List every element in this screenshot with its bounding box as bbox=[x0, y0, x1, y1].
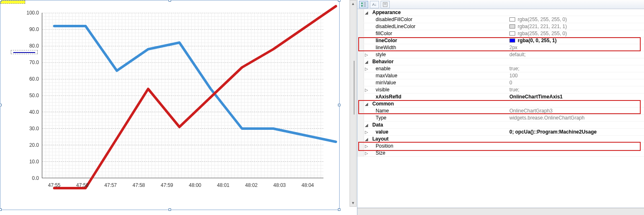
sort-az-icon: A↓ bbox=[372, 2, 377, 7]
y-tick: 40.0 bbox=[18, 109, 39, 115]
categorized-button[interactable] bbox=[359, 1, 368, 8]
y-tick: 100.0 bbox=[18, 10, 39, 16]
resize-handle[interactable] bbox=[0, 0, 2, 2]
prop-min-value[interactable]: minValue 0 bbox=[357, 79, 644, 86]
prop-enable[interactable]: ▷ enable true; bbox=[357, 65, 644, 72]
scroll-down-button[interactable]: ▼ bbox=[350, 200, 356, 206]
property-pages-button[interactable] bbox=[381, 1, 390, 8]
y-tick: 50.0 bbox=[18, 93, 39, 98]
category-common[interactable]: ◢ Common bbox=[357, 100, 644, 108]
expand-icon[interactable]: ▷ bbox=[364, 88, 369, 92]
y-tick: 30.0 bbox=[18, 126, 39, 131]
property-grid[interactable]: ◢ Appearance disabledFillColor rgba(255,… bbox=[357, 9, 644, 208]
resize-handle[interactable] bbox=[0, 208, 2, 211]
page-icon bbox=[383, 2, 388, 7]
collapse-icon[interactable]: ◢ bbox=[364, 102, 369, 106]
prop-style[interactable]: ▷ style default; bbox=[357, 51, 644, 58]
category-behavior[interactable]: ◢ Behavior bbox=[357, 58, 644, 65]
expand-icon[interactable]: ▷ bbox=[364, 67, 369, 71]
scroll-up-button[interactable]: ▲ bbox=[350, 0, 356, 7]
expand-icon[interactable]: ▷ bbox=[364, 53, 369, 57]
prop-max-value[interactable]: maxValue 100 bbox=[357, 72, 644, 79]
y-tick: 80.0 bbox=[18, 43, 39, 49]
prop-disabled-fill-color[interactable]: disabledFillColor rgba(255, 255, 255, 0) bbox=[357, 16, 644, 23]
x-tick: 48:01 bbox=[211, 182, 236, 188]
property-toolbar: A↓ bbox=[357, 0, 644, 9]
color-swatch bbox=[509, 31, 515, 36]
y-tick: 10.0 bbox=[18, 159, 39, 165]
prop-position[interactable]: ▷ Position bbox=[357, 143, 644, 150]
svg-rect-5 bbox=[364, 6, 366, 7]
svg-rect-3 bbox=[364, 4, 366, 4]
x-tick: 47:59 bbox=[154, 182, 179, 188]
x-tick: 48:03 bbox=[267, 182, 292, 188]
expand-icon[interactable]: ▷ bbox=[364, 144, 369, 148]
y-tick: 0.0 bbox=[18, 175, 39, 181]
prop-line-width[interactable]: lineWidth 2px bbox=[357, 44, 644, 51]
x-tick: 47:57 bbox=[98, 182, 123, 188]
collapse-icon[interactable]: ◢ bbox=[364, 60, 369, 64]
resize-handle[interactable] bbox=[338, 104, 340, 106]
y-tick: 20.0 bbox=[18, 142, 39, 148]
prop-type[interactable]: Type widgets.brease.OnlineChartGraph bbox=[357, 115, 644, 122]
svg-rect-1 bbox=[361, 5, 363, 7]
y-tick: 90.0 bbox=[18, 26, 39, 32]
prop-name[interactable]: Name OnlineChartGraph3 bbox=[357, 108, 644, 115]
property-pane: ▲ ▼ A↓ ◢ Appearance bbox=[357, 0, 644, 215]
x-tick: 48:00 bbox=[183, 182, 207, 188]
category-layout[interactable]: ◢ Layout bbox=[357, 136, 644, 143]
prop-line-color[interactable]: lineColor rgba(0, 0, 255, 1) bbox=[357, 37, 644, 44]
prop-visible[interactable]: ▷ visible true; bbox=[357, 86, 644, 93]
svg-rect-0 bbox=[361, 2, 363, 4]
svg-rect-7 bbox=[384, 3, 386, 4]
legend-blue-line[interactable] bbox=[11, 50, 38, 54]
prop-xaxis-refid[interactable]: xAxisRefId OnlineChartTimeAxis1 bbox=[357, 93, 644, 100]
y-tick: 70.0 bbox=[18, 60, 39, 65]
scroll-thumb[interactable] bbox=[354, 61, 355, 115]
x-tick: 47:58 bbox=[126, 182, 151, 188]
svg-rect-4 bbox=[364, 5, 366, 5]
vertical-scrollbar[interactable]: ▲ ▼ bbox=[350, 0, 357, 207]
resize-handle[interactable] bbox=[338, 208, 340, 211]
prop-fill-color[interactable]: fillColor rgba(255, 255, 255, 0) bbox=[357, 30, 644, 37]
collapse-icon[interactable]: ◢ bbox=[364, 137, 369, 141]
x-tick: 47:55 bbox=[42, 182, 67, 188]
chart-canvas[interactable]: 0.0 10.0 20.0 30.0 40.0 50.0 60.0 70.0 8… bbox=[0, 0, 340, 210]
color-swatch bbox=[509, 38, 515, 43]
resize-handle[interactable] bbox=[338, 0, 340, 2]
expand-icon[interactable]: ▷ bbox=[364, 130, 369, 134]
resize-handle[interactable] bbox=[169, 0, 171, 2]
legend-yellow-box[interactable] bbox=[0, 0, 25, 4]
horizontal-scrollbar[interactable] bbox=[357, 208, 644, 215]
chart-lines bbox=[42, 13, 323, 178]
svg-rect-8 bbox=[384, 5, 386, 5]
color-swatch bbox=[509, 17, 515, 22]
category-data[interactable]: ◢ Data bbox=[357, 122, 644, 129]
svg-rect-2 bbox=[364, 2, 366, 3]
expand-icon[interactable]: ▷ bbox=[364, 151, 369, 155]
x-tick: 47:56 bbox=[70, 182, 95, 188]
y-tick: 60.0 bbox=[18, 76, 39, 82]
category-appearance[interactable]: ◢ Appearance bbox=[357, 9, 644, 16]
prop-size[interactable]: ▷ Size bbox=[357, 150, 644, 157]
resize-handle[interactable] bbox=[0, 104, 2, 106]
x-tick: 48:04 bbox=[295, 182, 320, 188]
collapse-icon[interactable]: ◢ bbox=[364, 10, 369, 15]
color-swatch bbox=[509, 24, 515, 29]
prop-disabled-line-color[interactable]: disabledLineColor rgba(221, 221, 221, 1) bbox=[357, 23, 644, 30]
collapse-icon[interactable]: ◢ bbox=[364, 123, 369, 127]
x-tick: 48:02 bbox=[239, 182, 264, 188]
categorized-icon bbox=[361, 2, 367, 7]
resize-handle[interactable] bbox=[169, 208, 171, 211]
alphabetical-button[interactable]: A↓ bbox=[370, 1, 379, 8]
prop-value[interactable]: ▷ value 0; opcUa()::Program:Machine2Usag… bbox=[357, 129, 644, 136]
